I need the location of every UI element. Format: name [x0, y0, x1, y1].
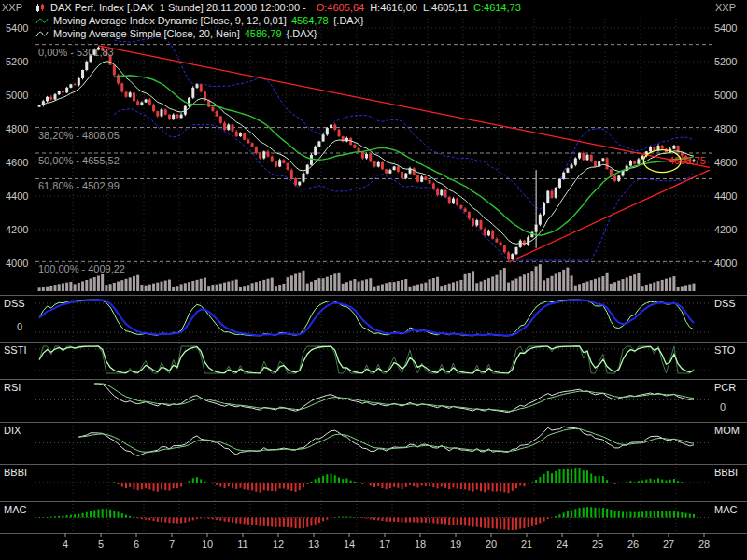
ma-dynamic-suffix: {.DAX}: [333, 15, 364, 26]
price-panel[interactable]: [35, 19, 712, 291]
low-value: L:4605,11: [423, 2, 468, 13]
rsi-panel[interactable]: [35, 381, 712, 420]
ma-simple-legend: Moving Average Simple [Close, 20, Nein] …: [35, 28, 317, 39]
bbbi-panel[interactable]: [35, 466, 712, 499]
instrument-title: DAX Perf. Index [.DAX 1 Stunde] 28.11.20…: [50, 2, 306, 13]
open-value: O:4605,64: [317, 2, 364, 13]
mom-panel[interactable]: [35, 424, 712, 462]
ma-dynamic-label: Moving Average Index Dynamic [Close, 9, …: [53, 15, 287, 26]
trading-chart-window: XXP XXP DAX Perf. Index [.DAX 1 Stunde] …: [0, 0, 747, 560]
ma-dynamic-legend: Moving Average Index Dynamic [Close, 9, …: [35, 15, 364, 26]
close-value: C:4614,73: [473, 2, 521, 13]
ma-dynamic-value: 4564,78: [291, 15, 329, 26]
mac-panel[interactable]: [35, 503, 712, 532]
wave-icon: [35, 17, 49, 25]
chart-canvas[interactable]: [0, 0, 747, 560]
instrument-legend: DAX Perf. Index [.DAX 1 Stunde] 28.11.20…: [35, 2, 521, 13]
wave-icon: [35, 30, 49, 38]
dss-panel[interactable]: [35, 297, 712, 340]
ma-simple-suffix: {.DAX}: [287, 28, 317, 39]
ma-simple-value: 4586,79: [245, 28, 282, 39]
high-value: H:4616,00: [370, 2, 417, 13]
ma-simple-label: Moving Average Simple [Close, 20, Nein]: [53, 28, 240, 39]
sto-panel[interactable]: [35, 343, 712, 377]
candlestick-icon: [35, 3, 46, 13]
ohlc-values: O:4605,64H:4616,00L:4605,11C:4614,73: [311, 2, 521, 13]
